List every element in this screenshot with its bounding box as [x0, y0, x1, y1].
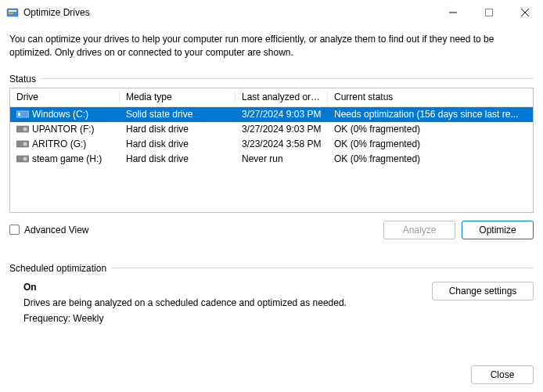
current-status: OK (0% fragmented) — [328, 153, 533, 164]
last-analyzed: 3/27/2024 9:03 PM — [236, 124, 328, 135]
drive-table: Drive Media type Last analyzed or o... C… — [9, 88, 534, 213]
drive-cell: Windows (C:) — [10, 109, 120, 120]
table-body: Windows (C:)Solid state drive3/27/2024 9… — [10, 107, 533, 167]
checkbox-icon — [9, 225, 20, 235]
drive-name: Windows (C:) — [32, 109, 88, 120]
schedule-frequency: Frequency: Weekly — [23, 313, 432, 324]
col-header-status[interactable]: Current status — [328, 92, 533, 102]
media-type: Solid state drive — [120, 109, 236, 120]
analyze-button[interactable]: Analyze — [383, 221, 455, 239]
drive-cell: ARITRO (G:) — [10, 138, 120, 149]
table-row[interactable]: steam game (H:)Hard disk driveNever runO… — [10, 152, 533, 167]
scheduled-label-text: Scheduled optimization — [9, 263, 106, 274]
close-button[interactable] — [507, 0, 543, 25]
current-status: Needs optimization (156 days since last … — [328, 109, 533, 120]
status-section-label: Status — [9, 74, 534, 85]
svg-rect-4 — [486, 9, 493, 16]
svg-rect-13 — [16, 156, 29, 162]
table-row[interactable]: ARITRO (G:)Hard disk drive3/23/2024 3:58… — [10, 137, 533, 152]
scheduled-section-label: Scheduled optimization — [9, 263, 534, 274]
drive-name: ARITRO (G:) — [32, 138, 86, 149]
hdd-drive-icon — [16, 154, 29, 164]
col-header-last[interactable]: Last analyzed or o... — [236, 92, 328, 102]
divider — [41, 78, 534, 79]
last-analyzed: 3/23/2024 3:58 PM — [236, 138, 328, 149]
ssd-drive-icon — [16, 110, 29, 119]
table-row[interactable]: Windows (C:)Solid state drive3/27/2024 9… — [10, 107, 533, 122]
status-label-text: Status — [9, 74, 36, 85]
media-type: Hard disk drive — [120, 153, 236, 164]
schedule-description: Drives are being analyzed on a scheduled… — [23, 297, 432, 308]
drive-name: steam game (H:) — [32, 153, 102, 164]
media-type: Hard disk drive — [120, 124, 236, 135]
drive-name: UPANTOR (F:) — [32, 124, 95, 135]
media-type: Hard disk drive — [120, 138, 236, 149]
close-dialog-button[interactable]: Close — [471, 365, 534, 384]
minimize-button[interactable] — [435, 0, 471, 25]
table-row[interactable]: UPANTOR (F:)Hard disk drive3/27/2024 9:0… — [10, 122, 533, 137]
optimize-button[interactable]: Optimize — [462, 221, 534, 239]
description-text: You can optimize your drives to help you… — [9, 33, 534, 59]
advanced-view-label: Advanced View — [24, 225, 89, 236]
current-status: OK (0% fragmented) — [328, 138, 533, 149]
maximize-button[interactable] — [471, 0, 507, 25]
advanced-view-checkbox[interactable]: Advanced View — [9, 225, 377, 236]
current-status: OK (0% fragmented) — [328, 124, 533, 135]
svg-rect-9 — [16, 126, 29, 132]
col-header-media[interactable]: Media type — [120, 92, 236, 102]
drive-cell: steam game (H:) — [10, 153, 120, 164]
hdd-drive-icon — [16, 124, 29, 134]
schedule-state: On — [23, 282, 432, 293]
titlebar: Optimize Drives — [0, 0, 543, 25]
svg-rect-8 — [18, 113, 20, 116]
window-controls — [435, 0, 543, 25]
svg-point-12 — [23, 142, 27, 146]
divider — [111, 268, 534, 268]
hdd-drive-icon — [16, 139, 29, 149]
app-icon — [6, 6, 19, 19]
col-header-drive[interactable]: Drive — [10, 92, 120, 102]
svg-point-14 — [23, 157, 27, 161]
svg-rect-2 — [9, 13, 13, 14]
last-analyzed: 3/27/2024 9:03 PM — [236, 109, 328, 120]
change-settings-button[interactable]: Change settings — [432, 282, 534, 300]
svg-rect-11 — [16, 141, 29, 147]
last-analyzed: Never run — [236, 153, 328, 164]
drive-cell: UPANTOR (F:) — [10, 124, 120, 135]
table-header: Drive Media type Last analyzed or o... C… — [10, 88, 533, 107]
svg-point-10 — [23, 128, 27, 131]
svg-rect-1 — [9, 10, 16, 12]
window-title: Optimize Drives — [23, 7, 435, 18]
